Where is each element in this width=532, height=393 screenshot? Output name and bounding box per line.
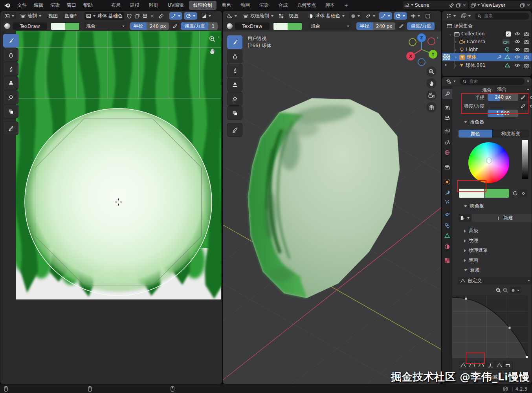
- primary-color-swatch[interactable]: [273, 23, 288, 30]
- xray-toggle[interactable]: [424, 12, 432, 20]
- swap-colors-icon[interactable]: [512, 191, 518, 196]
- workspace-tab-animation[interactable]: 动画: [236, 1, 254, 10]
- falloff-dropdown[interactable]: [184, 12, 197, 20]
- new-scene-icon[interactable]: [456, 3, 461, 8]
- secondary-color-swatch[interactable]: [65, 23, 79, 30]
- advanced-section-header[interactable]: 高级: [464, 228, 478, 234]
- tab-gradient[interactable]: 梯度渐变: [492, 130, 529, 138]
- strength-animate-button[interactable]: [527, 102, 532, 110]
- sphere-001-row[interactable]: • › 球体.001: [442, 61, 532, 69]
- add-workspace-button[interactable]: +: [340, 2, 352, 9]
- preset-round-icon[interactable]: [468, 361, 477, 370]
- blender-logo-icon[interactable]: [4, 2, 11, 8]
- color-picker-section-header[interactable]: 拾色器: [464, 119, 484, 125]
- new-image-icon[interactable]: [134, 13, 140, 19]
- properties-tab-world[interactable]: [442, 147, 452, 158]
- camera-row[interactable]: › Camera: [442, 38, 532, 46]
- blend-dropdown[interactable]: 混合: [495, 86, 532, 93]
- expand-icon[interactable]: ›: [454, 40, 458, 44]
- menu-edit[interactable]: 编辑: [30, 2, 47, 9]
- preset-linear-icon[interactable]: [495, 361, 504, 370]
- properties-tab-texture[interactable]: [442, 255, 452, 266]
- disable-render-icon[interactable]: [524, 48, 529, 52]
- properties-tab-object-data[interactable]: [442, 230, 452, 241]
- primary-color-swatch[interactable]: [459, 188, 484, 198]
- workspace-tab-compositing[interactable]: 合成: [274, 1, 292, 10]
- outliner-search[interactable]: [475, 13, 529, 20]
- blend-mode-dropdown[interactable]: 混合: [84, 22, 127, 30]
- pack-image-icon[interactable]: [142, 13, 148, 19]
- color-wheel-cursor[interactable]: [486, 158, 492, 163]
- palette-new-button[interactable]: + 新建: [472, 214, 532, 222]
- radius-slider[interactable]: 240 px: [488, 94, 518, 101]
- workspace-tab-sculpting[interactable]: 雕刻: [145, 1, 163, 10]
- properties-tab-tool[interactable]: [442, 89, 452, 99]
- brush-name-button[interactable]: TexDraw: [235, 22, 270, 30]
- preset-sphere-icon[interactable]: [477, 361, 486, 370]
- scene-collection-row[interactable]: 场景集合: [442, 22, 532, 30]
- disable-render-icon[interactable]: [524, 63, 529, 68]
- tool-fill[interactable]: [3, 90, 18, 104]
- radius-animate-button[interactable]: [527, 94, 532, 101]
- texture-image[interactable]: [16, 31, 221, 299]
- secondary-color-swatch[interactable]: [484, 188, 509, 198]
- secondary-color-swatch[interactable]: [288, 23, 302, 30]
- color-animate-button[interactable]: [519, 189, 527, 197]
- tool-annotate[interactable]: [3, 121, 18, 135]
- zoom-gizmo-button[interactable]: [426, 66, 437, 77]
- tool-soften[interactable]: [3, 48, 18, 62]
- menu-help[interactable]: 帮助: [80, 2, 96, 9]
- strength-slider[interactable]: 强度/力度 1: [181, 22, 218, 30]
- radius-pressure-button[interactable]: [171, 22, 178, 30]
- tool-mask[interactable]: [227, 106, 242, 120]
- radius-pressure-button[interactable]: [519, 94, 526, 101]
- editor-type-button[interactable]: [3, 12, 16, 20]
- properties-options-dropdown[interactable]: [527, 81, 529, 82]
- workspace-tab-uv-editing[interactable]: UV编辑: [163, 1, 188, 10]
- strength-slider[interactable]: 强度/力度: [407, 22, 435, 30]
- pin-icon[interactable]: [449, 3, 454, 8]
- brush-preview-icon[interactable]: [227, 23, 233, 29]
- sphere-row-selected[interactable]: › 球体: [442, 53, 532, 61]
- workspace-tab-scripting[interactable]: 脚本: [321, 1, 339, 10]
- strength-pressure-button[interactable]: [519, 102, 526, 110]
- scene-selector[interactable]: Scene ×: [403, 1, 468, 9]
- texture-section-header[interactable]: 纹理: [464, 237, 478, 244]
- camera-view-button[interactable]: [426, 90, 437, 101]
- unlink-image-icon[interactable]: ×: [150, 13, 154, 19]
- tool-clone[interactable]: [227, 78, 242, 92]
- perspective-toggle-button[interactable]: [426, 102, 437, 112]
- workspace-tab-layout[interactable]: 布局: [107, 1, 125, 10]
- viewport-scene[interactable]: [223, 31, 441, 384]
- properties-tab-viewlayer[interactable]: [442, 126, 452, 136]
- radius-slider[interactable]: 半径 240 px: [356, 22, 395, 30]
- color-wheel[interactable]: [468, 142, 509, 183]
- exclude-checkbox[interactable]: ✓: [506, 31, 511, 37]
- workspace-tab-modeling[interactable]: 建模: [126, 1, 144, 10]
- light-row[interactable]: › Light: [442, 46, 532, 53]
- radius-slider[interactable]: 半径 240 px: [130, 22, 169, 30]
- menu-view[interactable]: 视图: [286, 13, 301, 19]
- navigation-gizmo[interactable]: Z X Y: [403, 31, 440, 69]
- tab-color[interactable]: 颜色: [459, 130, 492, 138]
- outliner-filter-button[interactable]: [460, 12, 472, 20]
- image-datablock[interactable]: 球体 基础色: [84, 12, 124, 20]
- properties-tab-output[interactable]: [442, 113, 452, 123]
- curve-point[interactable]: [465, 298, 467, 300]
- brush-name-button[interactable]: TexDraw: [13, 22, 47, 30]
- pan-gizmo-icon[interactable]: [209, 48, 216, 55]
- tool-draw[interactable]: [227, 35, 242, 49]
- primary-color-swatch[interactable]: [51, 23, 65, 30]
- hide-eye-icon[interactable]: [514, 63, 520, 67]
- properties-tab-material[interactable]: [442, 242, 452, 252]
- brush-preview-icon[interactable]: [4, 23, 10, 29]
- tool-clone[interactable]: [3, 76, 18, 90]
- menu-render[interactable]: 渲染: [47, 2, 63, 9]
- falloff-curve-widget[interactable]: [452, 296, 528, 358]
- mask-display-dropdown[interactable]: [200, 12, 213, 20]
- tool-fill[interactable]: [227, 92, 242, 106]
- curve-zoom-in-icon[interactable]: [495, 287, 501, 293]
- properties-tab-physics[interactable]: [442, 209, 452, 220]
- viewlayer-selector[interactable]: ViewLayer ×: [469, 1, 532, 9]
- snap-dropdown[interactable]: [169, 12, 182, 20]
